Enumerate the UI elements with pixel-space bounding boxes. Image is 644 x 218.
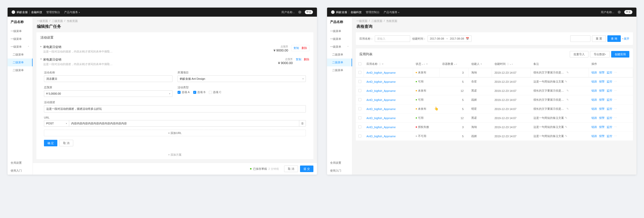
name-input[interactable]: 清凉夏日 [44, 75, 172, 82]
row-checkbox[interactable] [358, 116, 361, 119]
op-link-alarm[interactable]: 报警 [599, 80, 605, 84]
app-name-cell[interactable]: AntD_bigfish_Appname [364, 123, 413, 132]
breadcrumb-item[interactable]: 二级页面 [52, 19, 63, 23]
checkbox-opt-c[interactable]: 选项 C [209, 90, 221, 94]
url-input[interactable]: 内容内容内容内容内容内容内容内容内容内容 [69, 120, 299, 127]
copy-link[interactable]: 复制 [293, 46, 299, 50]
sidebar-global[interactable]: 全局设置 [327, 159, 352, 167]
more-icon[interactable]: ⋯ [614, 89, 617, 92]
col-creator[interactable]: 创建人▼ [469, 60, 492, 68]
row-checkbox[interactable] [358, 80, 361, 83]
app-name-cell[interactable]: AntD_bigfish_Appname [364, 104, 413, 114]
user-name[interactable]: 用户名称... [601, 10, 614, 14]
sidebar-item[interactable]: 一级菜单 [327, 35, 352, 43]
delete-link[interactable]: 删除 [304, 58, 309, 61]
logo[interactable]: 蚂蚁金服 金融科技 [12, 10, 42, 14]
url-method-select[interactable]: POST ▾ [44, 120, 69, 127]
row-checkbox[interactable] [358, 71, 361, 74]
app-name-cell[interactable]: AntD_bigfish_Appname [364, 95, 413, 104]
app-name-cell[interactable]: AntD_bigfish_Appname [364, 114, 413, 123]
footer-cancel-button[interactable]: 取 消 [284, 166, 298, 172]
op-link-monitor[interactable]: 监控 [607, 134, 612, 138]
edit-icon[interactable]: ✎ [566, 98, 569, 101]
app-name-cell[interactable]: AntD_bigfish_Appname [364, 77, 413, 86]
op-link-alarm[interactable]: 报警 [599, 89, 605, 93]
op-link-route[interactable]: 链路 [591, 134, 597, 138]
op-link-monitor[interactable]: 监控 [607, 89, 612, 93]
sidebar-subitem-active[interactable]: 二级菜单 [327, 59, 352, 66]
edit-icon[interactable]: ✎ [566, 107, 569, 111]
lang-badge[interactable]: 中文 [624, 10, 632, 14]
delete-link[interactable]: 删除 [302, 46, 307, 50]
row-checkbox[interactable] [358, 89, 361, 92]
edit-icon[interactable]: ✎ [565, 80, 567, 83]
sidebar-item-expanded[interactable]: 一级菜单⌃ [327, 43, 352, 51]
op-link-monitor[interactable]: 监控 [607, 116, 612, 120]
cancel-button[interactable]: 取 消 [59, 140, 73, 146]
sort-icon[interactable]: ▲▼ [454, 64, 457, 65]
edit-icon[interactable]: ✎ [565, 125, 567, 129]
sidebar-getting-started[interactable]: 使用入门 [327, 167, 352, 175]
row-checkbox[interactable] [358, 98, 361, 101]
row-checkbox[interactable] [358, 107, 361, 110]
caret-down-icon[interactable]: ▾ [40, 58, 42, 60]
add-scheme-button[interactable]: + 添加方案 [36, 150, 313, 159]
budget-input[interactable]: ¥ 5,0000.00 ▾ [44, 90, 172, 97]
op-link-route[interactable]: 链路 [591, 125, 597, 129]
op-link-route[interactable]: 链路 [591, 107, 597, 111]
sidebar-item-expanded[interactable]: 一级菜单⌃ [8, 43, 33, 51]
import-button[interactable]: 批量导入 [570, 51, 588, 58]
op-link-alarm[interactable]: 报警 [599, 71, 605, 74]
op-link-monitor[interactable]: 监控 [607, 125, 612, 129]
more-icon[interactable]: ⋯ [614, 116, 617, 120]
op-link-route[interactable]: 链路 [591, 80, 597, 84]
col-name[interactable]: 应用名称 ⓘ▼ [364, 60, 413, 68]
export-button[interactable]: 导出数据 ▾ [590, 51, 610, 58]
copy-link[interactable]: 复制 [296, 58, 301, 61]
quick-search-input[interactable] [570, 35, 590, 42]
lang-badge[interactable]: 中文 [305, 10, 313, 14]
op-link-monitor[interactable]: 监控 [607, 107, 612, 111]
sidebar-item[interactable]: 一级菜单 [327, 27, 352, 35]
op-link-route[interactable]: 链路 [591, 71, 597, 74]
sidebar-subitem-active[interactable]: 二级菜单 [8, 59, 33, 66]
checkbox-opt-a[interactable]: ✓选项 A [178, 90, 190, 94]
sort-icon[interactable]: ▲▼ [422, 64, 425, 65]
help-icon[interactable] [298, 11, 301, 14]
create-button[interactable]: 创建应用 [611, 51, 629, 58]
sidebar-getting-started[interactable]: 使用入门 [8, 167, 33, 175]
op-link-monitor[interactable]: 监控 [607, 80, 612, 84]
expand-link[interactable]: ▾ 展开 [622, 37, 629, 41]
help-icon[interactable] [618, 11, 621, 14]
nav-console[interactable]: 管理控制台 [366, 10, 380, 14]
footer-submit-button[interactable]: 提 交 [300, 166, 313, 172]
op-link-alarm[interactable]: 报警 [599, 134, 605, 138]
more-icon[interactable]: ⋯ [614, 125, 617, 129]
breadcrumb-item[interactable]: 一级页面 [356, 19, 367, 23]
nav-products[interactable]: 产品与服务 ▾ [64, 10, 80, 14]
app-name-input[interactable]: 请输入 [375, 35, 410, 42]
delete-url-icon[interactable]: 🗑 [299, 120, 306, 127]
sidebar-subitem[interactable]: 二级菜单 [327, 51, 352, 59]
more-icon[interactable]: ⋯ [614, 134, 617, 138]
app-name-cell[interactable]: AntD_bigfish_Appname [364, 68, 413, 77]
op-link-alarm[interactable]: 报警 [599, 98, 605, 102]
desc-textarea[interactable]: 这是一段对活动的描述，描述活动有多么好玩 [44, 105, 306, 113]
more-icon[interactable]: ⋯ [614, 98, 617, 101]
col-count[interactable]: 容器数量▲▼ [440, 60, 469, 68]
filter-icon[interactable]: ▼ [480, 63, 482, 65]
edit-icon[interactable]: ✎ [566, 89, 569, 92]
row-checkbox[interactable] [358, 134, 361, 138]
nav-products[interactable]: 产品与服务 ▾ [384, 10, 399, 14]
confirm-button[interactable]: 确 定 [44, 140, 57, 146]
breadcrumb-item[interactable]: 一级页面 [37, 19, 48, 23]
sort-icon[interactable]: ▲▼ [510, 64, 513, 65]
nav-console[interactable]: 管理控制台 [46, 10, 60, 14]
edit-icon[interactable]: ✎ [566, 71, 569, 74]
sidebar-item[interactable]: 一级菜单 [8, 27, 33, 35]
user-name[interactable]: 用户名称... [281, 10, 295, 14]
breadcrumb-item[interactable]: 二级页面 [371, 19, 382, 23]
date-range-picker[interactable]: 2017-08-08 → 2017-08-08 📅 [428, 35, 472, 42]
more-icon[interactable]: ⋯ [614, 71, 617, 74]
sidebar-subitem[interactable]: 二级菜单 [327, 66, 352, 74]
